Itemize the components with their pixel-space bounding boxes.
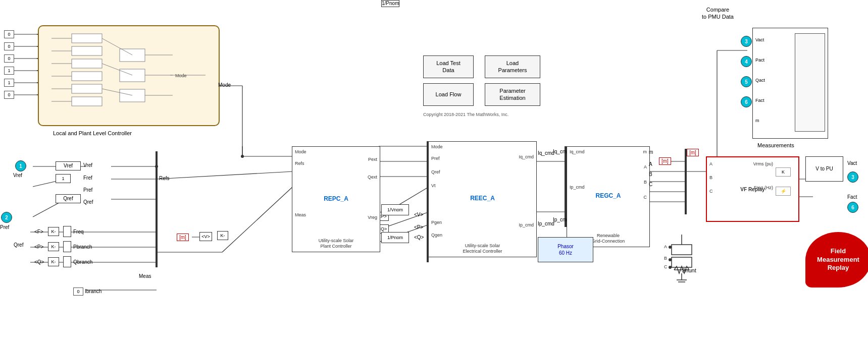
pref-out-label: Pref [83, 187, 92, 193]
teal-node-3: 3 [847, 171, 858, 183]
gain-after-m1: <V> [199, 232, 212, 241]
m-label: m [649, 149, 653, 155]
meas-label: Meas [139, 273, 151, 279]
svg-rect-57 [72, 72, 102, 81]
vf-replay-block[interactable]: A B C Vrms (pu) Freq (Hz) K ⚡ VF Replay [706, 156, 799, 222]
compare-pmu-label: Compareto PMU Data [702, 6, 734, 21]
fref-out-label: Fref [83, 175, 92, 181]
vref-label: Vref [13, 172, 22, 178]
svg-rect-78 [672, 245, 692, 255]
copyright-text: Copyright 2018-2021 The MathWorks, Inc. [423, 112, 508, 117]
input-qvcontrol: 0 [4, 42, 14, 50]
q-label2: <Q> [414, 235, 424, 240]
svg-rect-56 [72, 59, 102, 68]
ibranch-input: 0 [73, 288, 83, 296]
refs-label: Refs [159, 176, 170, 181]
gain-v: K- [217, 231, 228, 240]
pref-label-2: Pref [0, 224, 9, 230]
b-label: B [649, 171, 652, 177]
v-label: <V> [414, 212, 423, 217]
svg-point-89 [669, 258, 672, 261]
repc-a-block[interactable]: Mode Refs Meas Pext Qext Vreg REPC_A Uti… [292, 146, 380, 252]
local-plant-controller-block: Mode [38, 25, 220, 126]
local-plant-controller-label: Local and Plant Level Controller [53, 130, 132, 136]
load-test-data-block[interactable]: Load TestData [423, 55, 474, 78]
ibranch-label: Ibranch [85, 289, 101, 294]
q-mux [63, 256, 71, 267]
pref-gain-block: 1 [56, 174, 71, 183]
vref-gain-block: Vref [56, 161, 81, 170]
field-measurement-replay-bubble[interactable]: FieldMeasurementReplay [805, 232, 868, 288]
svg-rect-67 [120, 69, 145, 82]
svg-rect-68 [120, 89, 145, 102]
reec-a-block[interactable]: Mode Pref Qref Vt Pgen Qgen Iq_cmd Ip_cm… [428, 141, 537, 257]
vref-out-label: Vref [83, 162, 92, 168]
svg-rect-58 [72, 84, 102, 93]
input-frqcontrol: 1 [4, 67, 14, 75]
teal-node-6: 6 [847, 202, 858, 213]
measurements-block[interactable]: 3 4 5 6 Vact Pact Qact Fact m V F P Q [752, 28, 828, 139]
parameter-estimation-block[interactable]: ParameterEstimation [485, 83, 540, 106]
a-label: A [649, 161, 652, 167]
vertical-bus [156, 151, 158, 267]
svg-point-90 [669, 266, 672, 269]
svg-text:C: C [664, 264, 668, 269]
load-flow-block[interactable]: Load Flow [423, 83, 474, 106]
ip-cmd-label-out: Ip_cmd [538, 221, 554, 226]
q-label: <Q> [34, 259, 44, 265]
svg-line-19 [157, 171, 293, 179]
svg-rect-55 [72, 46, 102, 55]
pbranch-label: Pbranch [73, 244, 92, 250]
pnom-div-block2: 1/Pnom [381, 232, 409, 243]
input-plantcontrol: 1 [4, 79, 14, 87]
input-pqpriority: 0 [4, 91, 14, 99]
svg-text:A: A [664, 244, 667, 249]
freq-gain: K- [48, 227, 59, 236]
red-m-3: [m] [659, 157, 671, 165]
svg-rect-66 [120, 49, 145, 62]
svg-rect-59 [72, 97, 102, 106]
fact-label-right: Fact [847, 194, 857, 200]
input-pfcontrol: 0 [4, 54, 14, 63]
svg-line-21 [222, 187, 293, 252]
vact-label-right: Vact [847, 160, 857, 166]
input-qcontrol: 0 [4, 30, 14, 38]
svg-rect-54 [72, 34, 102, 43]
svg-point-88 [669, 246, 672, 249]
qref-gain-block: Qref [56, 194, 81, 203]
q-gain: K- [48, 257, 59, 266]
freq-branch-label: Freq [73, 229, 84, 235]
freq-label: <F> [34, 229, 43, 235]
freq-mux [63, 226, 71, 237]
load-parameters-block[interactable]: LoadParameters [485, 55, 540, 78]
phasor-60hz-block[interactable]: Phasor60 Hz [538, 237, 593, 262]
teal-node-1: 1 [15, 160, 26, 171]
red-m-4: [m] [687, 149, 699, 156]
qref-out-label: Qref [83, 199, 93, 205]
svg-point-51 [241, 155, 244, 158]
qref-label: Qref [14, 242, 23, 248]
p-mux [63, 241, 71, 252]
v-to-pu-block[interactable]: V to PU [805, 156, 843, 182]
svg-line-69 [102, 38, 132, 55]
red-m-1: [m] [177, 234, 189, 241]
vertical-bus-4 [685, 149, 687, 214]
teal-node-2: 2 [1, 212, 12, 223]
p-label: <P> [34, 244, 43, 250]
diagram-container: 0 0 0 1 1 0 QControl QVControl PFControl… [0, 0, 868, 345]
p-label2: <P> [414, 224, 423, 230]
svg-text:B: B [664, 256, 667, 261]
c-label: C [649, 182, 652, 187]
pnom-div-block1: 1/Pnom [381, 0, 399, 7]
vnom-div-block: 1/Vnom [381, 204, 409, 215]
p-gain: K- [48, 242, 59, 251]
svg-text:Mode: Mode [175, 73, 187, 78]
iq-cmd-label-out: Iq_cmd [538, 150, 554, 156]
qbranch-label: Qbranch [73, 259, 92, 265]
shunt-symbol: A B C [661, 232, 702, 282]
mode-output-label: Mode [218, 82, 231, 88]
measurements-label: Measurements [757, 142, 794, 148]
regc-a-block[interactable]: Iq_cmd Ip_cmd m A B C REGC_A RenewableGr… [567, 146, 650, 247]
